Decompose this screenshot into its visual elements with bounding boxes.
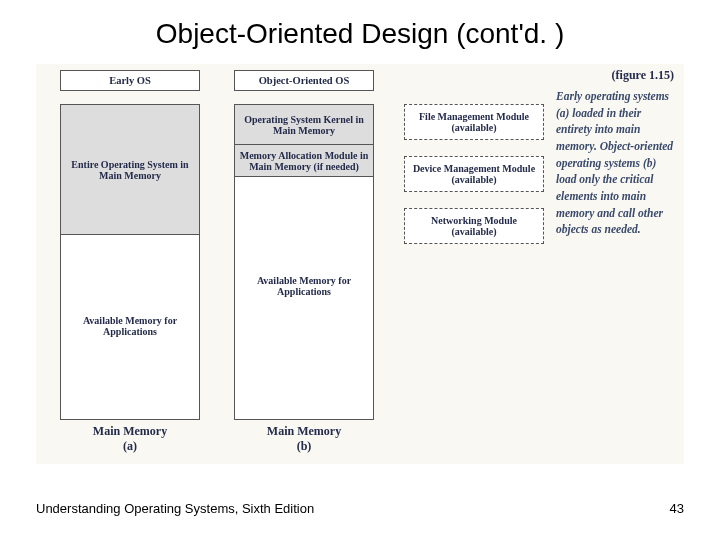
caption-a-bottom: (a) [123, 439, 137, 453]
memory-column-a: Entire Operating System in Main Memory A… [60, 104, 200, 420]
oo-os-header: Object-Oriented OS [234, 70, 374, 91]
figure-area: (figure 1.15) Early operating systems (a… [36, 64, 684, 464]
caption-b-bottom: (b) [297, 439, 312, 453]
networking-module: Networking Module (available) [404, 208, 544, 244]
file-management-module: File Management Module (available) [404, 104, 544, 140]
figure-description: Early operating systems (a) loaded in th… [556, 88, 674, 238]
column-a: Early OS Entire Operating System in Main… [60, 70, 200, 97]
early-os-loaded: Entire Operating System in Main Memory [61, 105, 199, 235]
alloc-module-block: Memory Allocation Module in Main Memory … [235, 145, 373, 177]
caption-a-top: Main Memory [93, 424, 167, 438]
caption-b-top: Main Memory [267, 424, 341, 438]
early-os-header: Early OS [60, 70, 200, 91]
device-management-module: Device Management Module (available) [404, 156, 544, 192]
page-number: 43 [670, 501, 684, 516]
figure-label: (figure 1.15) [612, 68, 674, 83]
caption-b: Main Memory (b) [234, 424, 374, 454]
available-memory-a: Available Memory for Applications [61, 315, 199, 337]
caption-a: Main Memory (a) [60, 424, 200, 454]
slide-title: Object-Oriented Design (cont'd. ) [0, 0, 720, 58]
available-memory-b: Available Memory for Applications [235, 275, 373, 297]
kernel-block: Operating System Kernel in Main Memory [235, 105, 373, 145]
memory-column-b: Operating System Kernel in Main Memory M… [234, 104, 374, 420]
column-b: Object-Oriented OS Operating System Kern… [234, 70, 374, 97]
footer-text: Understanding Operating Systems, Sixth E… [36, 501, 314, 516]
